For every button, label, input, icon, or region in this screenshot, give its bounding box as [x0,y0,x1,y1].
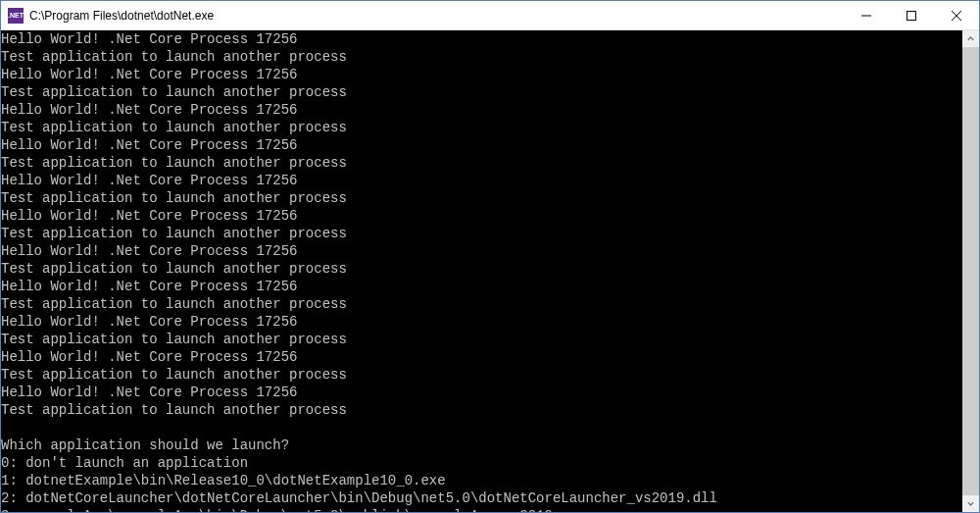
console-area: Hello World! .Net Core Process 17256 Tes… [1,30,979,512]
vertical-scrollbar[interactable] [962,30,979,512]
dotnet-icon: .NET [8,8,24,24]
scroll-down-button[interactable] [962,495,979,512]
close-button[interactable] [934,1,979,29]
maximize-icon [906,11,916,21]
scroll-thumb[interactable] [962,47,979,495]
scroll-track[interactable] [962,47,979,495]
close-icon [952,11,961,21]
chevron-up-icon [967,35,974,42]
chevron-down-icon [967,500,974,507]
minimize-icon [861,11,871,21]
console-output[interactable]: Hello World! .Net Core Process 17256 Tes… [1,30,962,512]
maximize-button[interactable] [889,1,934,29]
minimize-button[interactable] [844,1,889,29]
scroll-up-button[interactable] [962,30,979,47]
window-titlebar[interactable]: .NET C:\Program Files\dotnet\dotNet.exe [1,1,979,30]
window-title: C:\Program Files\dotnet\dotNet.exe [29,9,844,23]
svg-rect-1 [907,11,916,20]
window-controls [844,1,979,29]
